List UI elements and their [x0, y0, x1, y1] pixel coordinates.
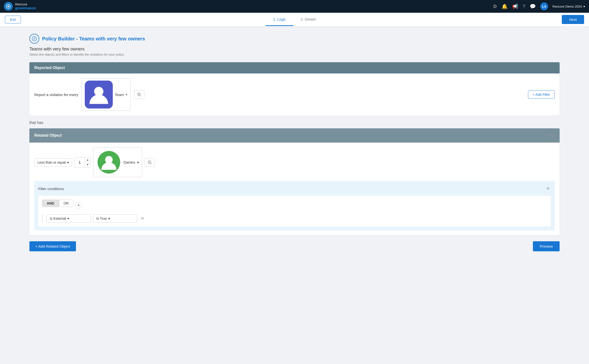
teams-icon [85, 81, 113, 109]
svg-point-11 [149, 161, 150, 163]
logo-icon [4, 2, 13, 11]
add-filter-button[interactable]: + Add Filter [528, 90, 555, 99]
related-object-card: Related Object ✕ Less than or equal ▾ 1 … [29, 128, 560, 235]
nav-right-actions: ⚙ 🔔 📢 ? 💬 LS Rencore Demo 2024 ▾ [493, 2, 585, 10]
report-prefix-label: Report a violation for every [34, 93, 78, 97]
page-title: Policy Builder - Teams with very few own… [42, 36, 145, 42]
filter-condition-remove-button[interactable]: ✕ [140, 215, 145, 222]
related-object-close-button[interactable]: ✕ [549, 132, 555, 139]
owners-label: Owners [123, 160, 135, 164]
stepper-buttons: ▲ ▼ [85, 158, 90, 167]
next-button[interactable]: Next [562, 15, 584, 24]
top-navigation: Rencore governance ⚙ 🔔 📢 ? 💬 LS Rencore … [0, 0, 589, 13]
logic-buttons: AND OR [42, 200, 73, 207]
filter-condition-row: Is External ▾ Is True ▾ ✕ [42, 214, 547, 223]
wizard-tabs: 1. Logic 2. Details [266, 13, 323, 26]
feedback-icon[interactable]: 💬 [530, 3, 536, 9]
notifications-icon[interactable]: 🔔 [502, 3, 508, 9]
svg-point-4 [137, 93, 140, 96]
stepper-up-button[interactable]: ▲ [85, 158, 90, 162]
related-object-title: Related Object [34, 133, 62, 138]
owners-preview-button[interactable] [145, 158, 155, 167]
brand-text: Rencore governance [15, 3, 36, 10]
bottom-actions: + Add Related Object Preview [29, 241, 560, 251]
page-subtitle: Teams with very few owners [29, 47, 560, 52]
announcements-icon[interactable]: 📢 [512, 3, 518, 9]
condition-chevron-icon: ▾ [67, 160, 69, 164]
filter-field-select[interactable]: Is External ▾ [47, 214, 91, 223]
filter-conditions-title: Filter conditions [38, 187, 64, 191]
reported-object-body: Report a violation for every Team ▾ [29, 73, 560, 116]
user-avatar: LS [540, 2, 548, 10]
user-menu[interactable]: Rencore Demo 2024 ▾ [552, 5, 585, 8]
owners-icon [96, 150, 122, 175]
add-related-object-button[interactable]: + Add Related Object [29, 241, 76, 251]
page-header: Policy Builder - Teams with very few own… [29, 34, 560, 44]
brand-area: Rencore governance [4, 2, 36, 11]
condition-type-select[interactable]: Less than or equal ▾ [34, 158, 72, 167]
filter-conditions-body: AND OR + Is External ▾ Is True ▾ [38, 196, 551, 227]
reported-object-title: Reported Object [34, 66, 65, 70]
logic-or-button[interactable]: OR [59, 200, 73, 207]
owners-select[interactable]: Owners ▾ [93, 147, 142, 177]
svg-line-10 [151, 163, 152, 164]
tab-logic[interactable]: 1. Logic [266, 13, 293, 26]
logic-and-button[interactable]: AND [42, 200, 59, 207]
filter-conditions-close-button[interactable]: ✕ [545, 185, 551, 192]
related-object-body: Less than or equal ▾ 1 ▲ ▼ [29, 143, 560, 235]
user-name-label: Rencore Demo 2024 [552, 5, 582, 8]
count-stepper[interactable]: 1 ▲ ▼ [74, 157, 91, 168]
svg-point-6 [138, 94, 140, 95]
owners-chevron-icon: ▾ [137, 160, 139, 164]
related-object-header: Related Object ✕ [29, 128, 560, 143]
related-condition-row: Less than or equal ▾ 1 ▲ ▼ [34, 147, 555, 177]
filter-field-label: Is External [50, 217, 66, 220]
exit-button[interactable]: Exit [5, 16, 21, 24]
count-input[interactable]: 1 [75, 158, 85, 166]
filter-operator-select[interactable]: Is True ▾ [93, 214, 137, 223]
page-content: Policy Builder - Teams with very few own… [0, 26, 589, 259]
user-chevron-icon: ▾ [583, 5, 585, 8]
brand-rencore: Rencore [15, 3, 36, 6]
stepper-down-button[interactable]: ▼ [85, 162, 90, 167]
search-preview-icon [137, 92, 142, 97]
svg-line-5 [140, 96, 141, 97]
filter-field-chevron-icon: ▾ [67, 217, 69, 220]
filter-operator-chevron-icon: ▾ [108, 217, 110, 220]
preview-button[interactable]: Preview [533, 241, 560, 251]
object-select-chevron: ▾ [126, 93, 127, 97]
reported-object-header: Reported Object [29, 62, 560, 73]
help-icon[interactable]: ? [523, 4, 525, 9]
settings-icon[interactable]: ⚙ [493, 3, 497, 9]
svg-point-9 [148, 161, 151, 164]
header-bar: Exit 1. Logic 2. Details Next [0, 13, 589, 26]
filter-operator-label: Is True [96, 217, 107, 220]
that-has-label: that has [29, 121, 560, 125]
object-type-select[interactable]: Team ▾ [82, 78, 131, 111]
page-description: Select the objects and filters to identi… [29, 53, 560, 56]
reported-object-preview-button[interactable] [134, 90, 144, 99]
report-row: Report a violation for every Team ▾ [34, 78, 555, 111]
brand-governance: governance [15, 6, 36, 10]
object-name-label: Team [115, 93, 124, 97]
filter-conditions-panel: Filter conditions ✕ AND OR + Is External [34, 181, 555, 231]
filter-conditions-header: Filter conditions ✕ [38, 185, 551, 192]
owners-search-icon [147, 160, 152, 165]
reported-object-card: Reported Object Report a violation for e… [29, 62, 560, 116]
policy-builder-icon [29, 34, 39, 44]
add-condition-button[interactable]: + [75, 202, 82, 209]
tab-details[interactable]: 2. Details [293, 13, 323, 26]
condition-label: Less than or equal [37, 160, 66, 164]
